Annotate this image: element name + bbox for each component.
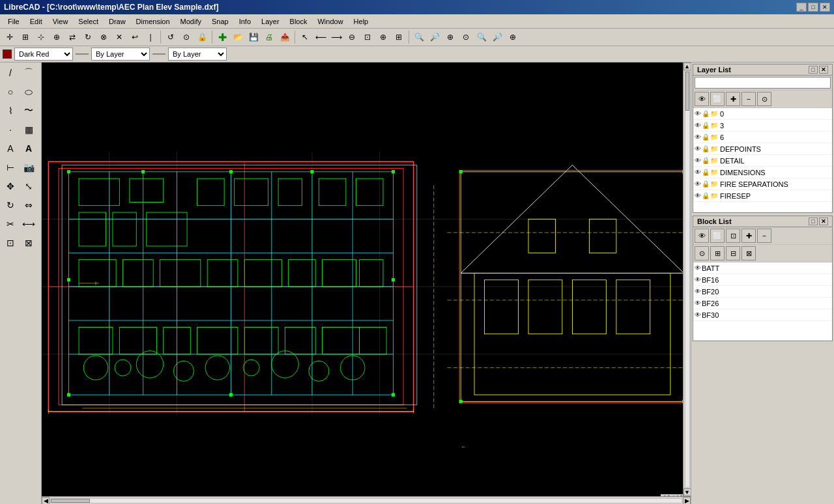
- draw-ellipse-button[interactable]: ⬭: [20, 83, 38, 101]
- layer-item-7[interactable]: 👁 🔒 📁 FIRESEP: [693, 190, 832, 202]
- block-rename[interactable]: ⊞: [710, 246, 725, 260]
- block-insert[interactable]: ⊡: [726, 229, 740, 243]
- draw-spline-button[interactable]: 〜: [20, 102, 38, 120]
- open-button[interactable]: 📂: [231, 30, 245, 44]
- draw-line-button[interactable]: /: [1, 64, 20, 82]
- lock-button[interactable]: 🔒: [195, 30, 209, 44]
- block-item-4[interactable]: 👁 BF30: [693, 309, 832, 321]
- block-save[interactable]: ⊠: [741, 246, 756, 260]
- menu-modify[interactable]: Modify: [175, 16, 207, 27]
- snap-button[interactable]: ✛: [3, 30, 17, 44]
- horizontal-scrollbar[interactable]: ◀ ▶: [42, 496, 691, 504]
- close-button[interactable]: ✕: [820, 3, 830, 12]
- layer-item-5[interactable]: 👁 🔒 📁 DIMENSIONS: [693, 167, 832, 178]
- layer-item-2[interactable]: 👁 🔒 📁 6: [693, 132, 832, 143]
- layer-item-1[interactable]: 👁 🔒 📁 3: [693, 120, 832, 132]
- zoom-in-button[interactable]: ⊕: [376, 30, 390, 44]
- grid-button[interactable]: ⊞: [18, 30, 33, 44]
- fit-button[interactable]: ⊡: [360, 30, 375, 44]
- modify-mirror-button[interactable]: ⇔: [20, 196, 38, 214]
- undo-button[interactable]: ↺: [164, 30, 178, 44]
- pan2-button[interactable]: ⟶: [329, 30, 343, 44]
- canvas-area[interactable]: ← 10 / 100: [42, 63, 691, 504]
- draw-dim-button[interactable]: ⊢: [1, 158, 20, 176]
- menu-window[interactable]: Window: [312, 16, 348, 27]
- menu-help[interactable]: Help: [349, 16, 374, 27]
- modify-scale-button[interactable]: ⤡: [20, 177, 38, 195]
- block-add[interactable]: ✚: [741, 229, 756, 243]
- menu-view[interactable]: View: [48, 16, 74, 27]
- pan-button[interactable]: ⟵: [313, 30, 328, 44]
- block-item-0[interactable]: 👁 BATT: [693, 262, 832, 274]
- vertical-scrollbar[interactable]: ▲ ▼: [683, 63, 691, 496]
- zoom-window[interactable]: 🔎: [427, 30, 442, 44]
- modify-move-button[interactable]: ✥: [1, 177, 20, 195]
- tool-btn-5[interactable]: ↻: [81, 30, 95, 44]
- block-settings[interactable]: ⊙: [695, 246, 709, 260]
- minimize-button[interactable]: _: [796, 3, 807, 12]
- block-visible-all[interactable]: 👁: [695, 229, 709, 243]
- zoom-extra[interactable]: ⊕: [506, 30, 520, 44]
- zoom-pan[interactable]: ⊕: [443, 30, 457, 44]
- layer-remove[interactable]: −: [741, 92, 756, 106]
- modify-block-button[interactable]: ⊡: [1, 234, 20, 252]
- linewidth-selector[interactable]: By Layer: [168, 48, 227, 61]
- print-button[interactable]: 🖨: [262, 30, 276, 44]
- block-item-1[interactable]: 👁 BF16: [693, 274, 832, 286]
- linetype-selector[interactable]: By Layer: [91, 48, 150, 61]
- zoom-buttons[interactable]: ⊞: [392, 30, 406, 44]
- cursor-button[interactable]: ↖: [298, 30, 312, 44]
- tool-btn-6[interactable]: ⊗: [96, 30, 111, 44]
- zoom-realtime[interactable]: 🔍: [412, 30, 426, 44]
- block-panel-float[interactable]: □: [809, 217, 818, 225]
- draw-mtext-button[interactable]: A: [20, 139, 38, 158]
- menu-layer[interactable]: Layer: [256, 16, 285, 27]
- scroll-thumb[interactable]: [51, 499, 90, 503]
- redo-button[interactable]: ⊙: [179, 30, 194, 44]
- scroll-down-button[interactable]: ▼: [683, 488, 691, 496]
- layer-panel-float[interactable]: □: [809, 66, 818, 74]
- draw-polyline-button[interactable]: ⌇: [1, 102, 20, 120]
- block-panel-close[interactable]: ✕: [819, 217, 828, 225]
- block-item-3[interactable]: 👁 BF26: [693, 298, 832, 309]
- tool-btn-4[interactable]: ⇄: [65, 30, 79, 44]
- layer-search-input[interactable]: [695, 77, 831, 89]
- draw-arc-button[interactable]: ⌒: [20, 64, 38, 82]
- save-button[interactable]: 💾: [246, 30, 261, 44]
- block-remove[interactable]: −: [757, 229, 771, 243]
- tool-btn-3[interactable]: ⊕: [50, 30, 64, 44]
- zoom-fit2[interactable]: ⊙: [459, 30, 473, 44]
- draw-circle-button[interactable]: ○: [1, 83, 20, 101]
- modify-extend-button[interactable]: ⟷: [20, 215, 38, 233]
- modify-explode-button[interactable]: ⊠: [20, 234, 38, 252]
- tool-btn-7[interactable]: ✕: [112, 30, 126, 44]
- zoom-prev[interactable]: 🔍: [474, 30, 489, 44]
- draw-camera-button[interactable]: 📷: [20, 158, 38, 176]
- select-button[interactable]: ⊹: [34, 30, 48, 44]
- block-edit[interactable]: ⊟: [726, 246, 740, 260]
- vscroll-thumb[interactable]: [685, 72, 689, 111]
- menu-snap[interactable]: Snap: [207, 16, 234, 27]
- layer-visible-all[interactable]: 👁: [695, 92, 709, 106]
- menu-block[interactable]: Block: [285, 16, 313, 27]
- draw-text-button[interactable]: A: [1, 139, 20, 158]
- layer-item-0[interactable]: 👁 🔒 📁 0: [693, 108, 832, 120]
- layer-item-4[interactable]: 👁 🔒 📁 DETAIL: [693, 155, 832, 167]
- tool-btn-9[interactable]: |: [143, 30, 158, 44]
- layer-freeze-all[interactable]: ⬜: [710, 92, 725, 106]
- menu-select[interactable]: Select: [73, 16, 104, 27]
- menu-draw[interactable]: Draw: [104, 16, 131, 27]
- menu-info[interactable]: Info: [234, 16, 256, 27]
- modify-trim-button[interactable]: ✂: [1, 215, 20, 233]
- menu-dimension[interactable]: Dimension: [131, 16, 175, 27]
- zoom-next[interactable]: 🔎: [490, 30, 504, 44]
- draw-point-button[interactable]: ·: [1, 120, 20, 139]
- layer-panel-close[interactable]: ✕: [819, 66, 828, 74]
- scroll-up-button[interactable]: ▲: [683, 63, 691, 70]
- layer-item-3[interactable]: 👁 🔒 📁 DEFPOINTS: [693, 143, 832, 155]
- tool-btn-8[interactable]: ↩: [128, 30, 142, 44]
- scroll-left-button[interactable]: ◀: [42, 497, 50, 505]
- draw-hatch-button[interactable]: ▦: [20, 120, 38, 139]
- scroll-right-button[interactable]: ▶: [683, 497, 691, 505]
- export-button[interactable]: 📤: [278, 30, 292, 44]
